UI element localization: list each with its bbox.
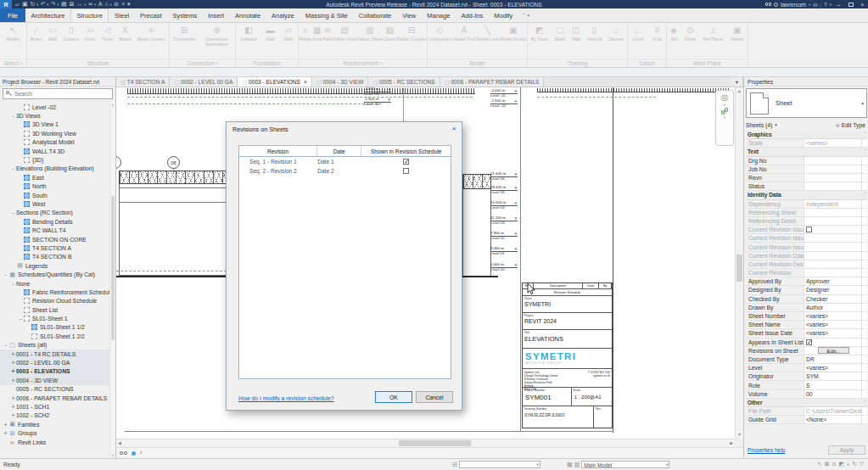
ribbon-tab-collaborate[interactable]: Collaborate xyxy=(353,8,396,22)
drag-on-selection-icon[interactable]: + xyxy=(847,462,850,467)
properties-help-link[interactable]: Properties help xyxy=(748,447,785,453)
property-value[interactable] xyxy=(804,174,861,182)
tool-beam[interactable]: ∕Beam xyxy=(31,24,42,42)
tool-fabric-area[interactable]: ▤Fabric Area xyxy=(333,24,356,42)
customize-qat-icon[interactable]: ▾ xyxy=(126,0,132,8)
tree-item-3d-views[interactable]: -3D Views xyxy=(0,111,109,120)
dialog-close-icon[interactable]: × xyxy=(446,123,462,136)
shown-checkbox[interactable] xyxy=(403,159,409,165)
close-inactive-views-icon[interactable]: ⊠ xyxy=(68,0,76,8)
help-icon[interactable]: ? xyxy=(824,2,827,8)
tree-item-revision-cloud-schedule[interactable]: Revision Cloud Schedule xyxy=(0,297,109,305)
tool-wall[interactable]: ◫Wall xyxy=(572,24,580,42)
tool-modify[interactable]: ↖Modify xyxy=(7,24,20,42)
property-value[interactable] xyxy=(804,182,861,190)
tree-item-sheets-all[interactable]: -▢Sheets (all) xyxy=(0,341,109,350)
section-collapse-icon[interactable]: ˆ xyxy=(865,193,868,197)
tool-component[interactable]: ◇Component xyxy=(428,24,452,42)
ribbon-tab-steel[interactable]: Steel xyxy=(109,8,134,22)
tool-path[interactable]: ≋Path xyxy=(322,24,332,42)
revision-help-link[interactable]: How do I modify a revision schedule? xyxy=(238,395,334,401)
tree-item-0001-t4-rc-details[interactable]: +0001 - T4 RC DETAILS xyxy=(0,350,109,358)
search-icon[interactable] xyxy=(765,3,771,6)
zoom-caret-icon[interactable]: ▾ xyxy=(724,115,725,120)
tree-item-schedules-quantities-by-cat[interactable]: -▦Schedules/Quantities (By Cat) xyxy=(0,270,109,278)
aligned-dimension-icon[interactable]: ≍ xyxy=(87,0,94,8)
canvas-horizontal-scrollbar[interactable]: ◀ ▶ xyxy=(116,439,735,447)
sync-icon[interactable]: ↻ xyxy=(29,0,36,8)
tree-item-t4-section-b[interactable]: T4 SECTION B xyxy=(0,253,109,261)
measure-icon[interactable]: ↔ xyxy=(76,0,84,8)
ribbon-tab-view[interactable]: View xyxy=(397,8,422,22)
tool-rebar-coupler[interactable]: ⊟Rebar Coupler xyxy=(396,24,426,42)
tool-by-face[interactable]: ◩By Face xyxy=(531,24,548,42)
tool-wall[interactable]: ▬Wall xyxy=(266,24,274,42)
browser-search-box[interactable] xyxy=(3,88,113,99)
tree-item-3d-working-view[interactable]: 3D Working View xyxy=(0,129,109,137)
section-collapse-icon[interactable]: ˆ xyxy=(865,132,868,137)
app-store-cart-icon[interactable]: ⛁ xyxy=(813,2,817,8)
view-tab-0006-parapet-rebar-details[interactable]: ▢0006 - PARAPET REBAR DETAILS xyxy=(440,77,545,87)
property-value[interactable]: Checker xyxy=(804,295,861,303)
design-options-dropdown[interactable]: Main Model ▾ xyxy=(581,461,669,468)
tree-item-sections-rc-section[interactable]: -Sections (RC Section) xyxy=(0,209,109,217)
browser-scrollbar[interactable]: ∧ ∨ xyxy=(109,103,115,457)
ribbon-tab-modify[interactable]: Modify xyxy=(489,8,518,22)
expand-icon[interactable]: + xyxy=(10,404,16,410)
ribbon-tab-manage[interactable]: Manage xyxy=(422,8,456,22)
steering-wheel-icon[interactable]: ◎ xyxy=(721,93,729,102)
collapse-icon[interactable]: - xyxy=(3,271,8,277)
select-underlay-icon[interactable]: ⊠ xyxy=(825,461,829,467)
redo-icon[interactable]: ↷ xyxy=(49,0,57,8)
ribbon-minimize-caret-icon[interactable]: ▾ xyxy=(527,13,529,18)
tree-item-groups[interactable]: +⊞Groups xyxy=(0,428,109,437)
ribbon-tab-annotate[interactable]: Annotate xyxy=(230,8,266,22)
column-header-date[interactable]: Date xyxy=(317,146,361,156)
property-value[interactable]: <varies> xyxy=(804,321,861,328)
view-tab-0005-rc-sections[interactable]: ▢0005 - RC SECTIONS xyxy=(368,77,440,87)
tree-item-0006-parapet-rebar-details[interactable]: +0006 - PARAPET REBAR DETAILS xyxy=(0,394,109,402)
default-3d-view-icon[interactable]: ⌂ xyxy=(104,0,109,8)
section-collapse-icon[interactable]: ˆ xyxy=(865,149,868,154)
temporary-view-properties-icon[interactable]: ‹ xyxy=(140,449,142,457)
shown-checkbox[interactable] xyxy=(403,168,409,174)
selection-filter-caret-icon[interactable]: ▾ xyxy=(775,122,777,127)
tool-dormer[interactable]: ⌂Dormer xyxy=(608,24,624,42)
worksets-dropdown[interactable]: ▾ xyxy=(459,461,540,468)
filter-icon[interactable]: ▽ xyxy=(860,461,864,467)
scroll-right-icon[interactable]: ▶ xyxy=(730,440,733,445)
tool-column[interactable]: ▯Column xyxy=(64,24,80,42)
panel-label-datum[interactable]: Datum xyxy=(628,59,666,67)
ribbon-tab-massing-site[interactable]: Massing & Site xyxy=(300,8,353,22)
tool-truss[interactable]: ◁Truss xyxy=(102,24,113,42)
tree-item-legends[interactable]: ▤Legends xyxy=(0,261,109,270)
tree-item-bending-details[interactable]: Bending Details xyxy=(0,217,109,226)
properties-title[interactable]: Properties xyxy=(744,77,868,87)
tree-item-revit-links[interactable]: ∞Revit Links xyxy=(0,438,109,446)
tree-item-0002-level-00-ga[interactable]: +0002 - LEVEL 00 GA xyxy=(0,358,109,366)
tool-slab[interactable]: ▱Slab xyxy=(284,24,294,42)
property-value[interactable]: Edit... xyxy=(804,347,861,355)
tree-item-families[interactable]: +▣Families xyxy=(0,420,109,428)
tree-item-east[interactable]: East xyxy=(0,173,109,182)
view-tab-t4-section-a[interactable]: ◫T4 SECTION A xyxy=(116,77,170,87)
tool-rebar[interactable]: ≈Rebar xyxy=(299,24,311,42)
property-value[interactable]: <None> xyxy=(804,416,861,423)
section-collapse-icon[interactable]: ˆ xyxy=(865,400,868,405)
property-checkbox[interactable] xyxy=(806,339,812,345)
tool-beam-system[interactable]: ≡Beam System xyxy=(137,24,166,42)
tree-item-south[interactable]: South xyxy=(0,191,109,199)
property-value[interactable]: Author xyxy=(804,304,861,311)
select-by-face-icon[interactable]: ◩ xyxy=(839,461,844,467)
tree-item-wall-t4-3d[interactable]: WALL T4 3D xyxy=(0,147,109,155)
worksets-icon[interactable]: ⊟ xyxy=(452,462,457,468)
type-selector-caret-icon[interactable]: ▾ xyxy=(861,101,864,106)
user-avatar-icon[interactable] xyxy=(774,3,778,7)
tool-viewer[interactable]: ▣Viewer xyxy=(730,24,743,42)
property-section-graphics[interactable]: Graphicsˆ xyxy=(746,131,867,139)
panel-label-select[interactable]: Select▾ xyxy=(0,59,26,67)
property-value[interactable] xyxy=(804,157,861,165)
revision-row[interactable]: Seq. 2 - Revision 2Date 2 xyxy=(239,166,451,176)
text-icon[interactable]: A xyxy=(97,0,104,8)
apply-button[interactable]: Apply xyxy=(828,445,865,455)
